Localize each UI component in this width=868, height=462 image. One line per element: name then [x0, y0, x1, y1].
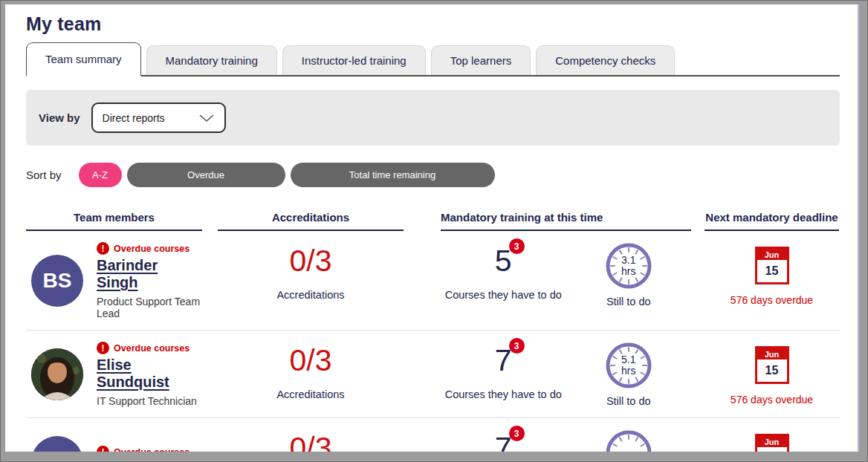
clock-icon: 5.1 hrs — [605, 342, 652, 389]
days-overdue-text: 576 days overdue — [731, 294, 813, 306]
overdue-alert: Overdue courses — [97, 446, 190, 452]
overdue-alert-label: Overdue courses — [114, 447, 190, 452]
tab-competency-checks[interactable]: Competency checks — [536, 45, 675, 75]
calendar-month: Jun — [757, 348, 787, 359]
calendar-icon: Jun — [755, 434, 789, 452]
sort-total-time-button[interactable]: Total time remaining — [291, 163, 495, 187]
accreditations-value: 0/3 — [290, 431, 332, 452]
sort-overdue-button[interactable]: Overdue — [127, 163, 285, 187]
hours-value: 3.1 — [621, 255, 635, 266]
page-title: My team — [26, 13, 840, 35]
member-role: IT Support Technician — [97, 395, 202, 407]
tab-mandatory-training[interactable]: Mandatory training — [146, 45, 277, 75]
hours-unit: hrs — [621, 365, 635, 377]
table-header: Team members Accreditations Mandatory tr… — [26, 211, 840, 231]
courses-overdue-badge: 3 — [509, 338, 525, 354]
calendar-day: 15 — [757, 359, 787, 382]
member-name-link[interactable]: Barinder Singh — [97, 257, 202, 291]
table-row: Overdue courses Elise Sundquist IT Suppo… — [26, 331, 840, 418]
courses-label: Courses they have to do — [445, 388, 562, 400]
calendar-day — [757, 447, 787, 452]
tab-top-learners[interactable]: Top learners — [431, 45, 531, 75]
header-team-members: Team members — [26, 211, 202, 231]
chevron-down-icon — [198, 114, 215, 123]
table-row: Overdue courses 0/3 Accreditations 7 3 C… — [26, 418, 840, 452]
view-by-dropdown[interactable]: Direct reports — [91, 103, 226, 133]
overdue-alert: Overdue courses — [97, 342, 202, 354]
calendar-icon: Jun 15 — [755, 247, 789, 284]
view-by-label: View by — [39, 111, 80, 124]
days-overdue-text: 576 days overdue — [731, 394, 813, 406]
calendar-month: Jun — [757, 436, 787, 447]
overdue-alert-label: Overdue courses — [114, 343, 190, 354]
courses-overdue-badge: 3 — [509, 426, 525, 441]
still-to-do-label: Still to do — [606, 296, 651, 308]
header-mandatory-training: Mandatory training at this time — [441, 211, 691, 231]
view-by-panel: View by Direct reports — [26, 90, 840, 146]
accreditations-label: Accreditations — [276, 289, 344, 301]
header-next-deadline: Next mandatory deadline — [705, 211, 839, 231]
courses-label: Courses they have to do — [445, 289, 562, 301]
overdue-alert-label: Overdue courses — [114, 244, 190, 254]
hours-unit: hrs — [621, 266, 635, 277]
calendar-day: 15 — [757, 260, 787, 282]
avatar-initials — [31, 436, 83, 452]
tab-team-summary[interactable]: Team summary — [26, 42, 141, 77]
member-name-link[interactable]: Elise Sundquist — [97, 357, 202, 391]
my-team-page: My team Team summary Mandatory training … — [5, 4, 859, 452]
accreditations-value: 0/3 — [290, 244, 332, 278]
clock-icon — [605, 429, 652, 452]
sort-by-label: Sort by — [26, 169, 62, 181]
calendar-icon: Jun 15 — [755, 346, 789, 384]
overdue-alert-icon — [97, 446, 109, 452]
tab-instructor-led-training[interactable]: Instructor-led training — [282, 45, 426, 75]
overdue-alert: Overdue courses — [97, 242, 202, 255]
tab-bar: Team summary Mandatory training Instruct… — [26, 42, 840, 77]
overdue-alert-icon — [97, 242, 109, 255]
accreditations-label: Accreditations — [276, 388, 344, 400]
courses-overdue-badge: 3 — [509, 238, 525, 254]
sort-by-row: Sort by A-Z Overdue Total time remaining — [26, 162, 840, 187]
sort-az-button[interactable]: A-Z — [79, 163, 122, 187]
accreditations-value: 0/3 — [290, 343, 332, 377]
member-role: Product Support Team Lead — [97, 296, 202, 319]
hours-value: 5.1 — [621, 354, 635, 365]
still-to-do-label: Still to do — [606, 395, 651, 407]
overdue-alert-icon — [97, 342, 109, 354]
view-by-value: Direct reports — [103, 112, 165, 124]
clock-icon: 3.1 hrs — [605, 242, 652, 290]
avatar-photo — [31, 348, 83, 400]
calendar-month: Jun — [757, 249, 787, 260]
table-row: BS Overdue courses Barinder Singh Produc… — [26, 231, 840, 331]
avatar-initials: BS — [31, 255, 83, 307]
header-accreditations: Accreditations — [218, 211, 404, 231]
